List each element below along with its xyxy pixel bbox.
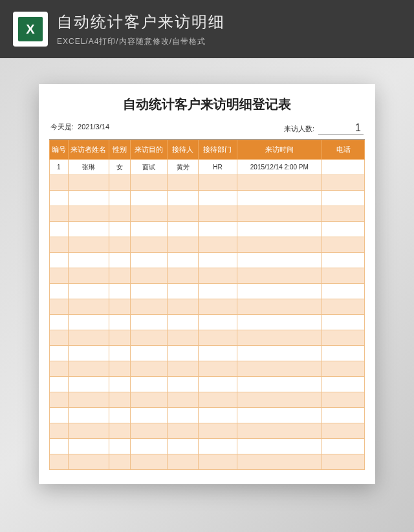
cell-gender: 女 bbox=[109, 160, 131, 175]
cell-dept bbox=[199, 423, 237, 439]
cell-no bbox=[50, 284, 69, 299]
cell-purpose bbox=[131, 284, 168, 299]
table-row bbox=[50, 346, 365, 361]
cell-gender bbox=[109, 284, 131, 299]
cell-purpose: 面试 bbox=[131, 160, 168, 175]
cell-time bbox=[237, 284, 322, 299]
cell-time bbox=[237, 268, 322, 284]
table-row bbox=[50, 222, 365, 237]
cell-gender bbox=[109, 206, 131, 222]
cell-dept bbox=[199, 330, 237, 346]
cell-phone bbox=[322, 392, 365, 408]
cell-name bbox=[68, 191, 109, 206]
banner-text: 自动统计客户来访明细 EXCEL/A4打印/内容随意修改/自带格式 bbox=[57, 12, 225, 47]
cell-time bbox=[237, 346, 322, 361]
cell-gender bbox=[109, 330, 131, 346]
table-header-row: 编号 来访者姓名 性别 来访目的 接待人 接待部门 来访时间 电话 bbox=[50, 140, 365, 160]
col-header-receiver: 接待人 bbox=[168, 140, 199, 160]
excel-icon-letter: X bbox=[18, 17, 43, 41]
cell-name bbox=[68, 268, 109, 284]
cell-time bbox=[237, 175, 322, 191]
cell-gender bbox=[109, 253, 131, 268]
table-row bbox=[50, 392, 365, 408]
cell-phone bbox=[322, 191, 365, 206]
col-header-no: 编号 bbox=[50, 140, 69, 160]
cell-time bbox=[237, 439, 322, 454]
cell-name bbox=[68, 206, 109, 222]
banner-subtitle: EXCEL/A4打印/内容随意修改/自带格式 bbox=[57, 36, 225, 47]
cell-receiver bbox=[168, 299, 199, 315]
cell-time bbox=[237, 191, 322, 206]
visitor-count-block: 来访人数: 1 bbox=[284, 122, 364, 135]
cell-time bbox=[237, 299, 322, 315]
cell-purpose bbox=[131, 346, 168, 361]
cell-no bbox=[50, 253, 69, 268]
cell-dept bbox=[199, 191, 237, 206]
col-header-purpose: 来访目的 bbox=[131, 140, 168, 160]
cell-no bbox=[50, 346, 69, 361]
table-row bbox=[50, 361, 365, 377]
col-header-time: 来访时间 bbox=[237, 140, 322, 160]
col-header-dept: 接待部门 bbox=[199, 140, 237, 160]
cell-phone bbox=[322, 330, 365, 346]
cell-receiver: 黄芳 bbox=[168, 160, 199, 175]
table-row bbox=[50, 315, 365, 330]
cell-dept bbox=[199, 454, 237, 470]
cell-purpose bbox=[131, 330, 168, 346]
cell-name bbox=[68, 423, 109, 439]
cell-phone bbox=[322, 377, 365, 392]
cell-gender bbox=[109, 377, 131, 392]
cell-purpose bbox=[131, 454, 168, 470]
cell-name bbox=[68, 253, 109, 268]
cell-dept bbox=[199, 392, 237, 408]
cell-no bbox=[50, 268, 69, 284]
cell-gender bbox=[109, 299, 131, 315]
cell-dept bbox=[199, 222, 237, 237]
cell-receiver bbox=[168, 346, 199, 361]
cell-name bbox=[68, 237, 109, 253]
cell-purpose bbox=[131, 222, 168, 237]
cell-receiver bbox=[168, 377, 199, 392]
cell-dept: HR bbox=[199, 160, 237, 175]
cell-gender bbox=[109, 361, 131, 377]
cell-gender bbox=[109, 454, 131, 470]
cell-no bbox=[50, 377, 69, 392]
cell-no bbox=[50, 222, 69, 237]
cell-gender bbox=[109, 439, 131, 454]
cell-phone bbox=[322, 454, 365, 470]
cell-no bbox=[50, 237, 69, 253]
cell-gender bbox=[109, 237, 131, 253]
cell-no bbox=[50, 330, 69, 346]
cell-name bbox=[68, 439, 109, 454]
cell-time: 2015/12/14 2:00 PM bbox=[237, 160, 322, 175]
cell-time bbox=[237, 377, 322, 392]
table-row bbox=[50, 175, 365, 191]
cell-receiver bbox=[168, 222, 199, 237]
cell-phone bbox=[322, 439, 365, 454]
cell-receiver bbox=[168, 439, 199, 454]
cell-purpose bbox=[131, 361, 168, 377]
cell-name bbox=[68, 330, 109, 346]
table-row bbox=[50, 206, 365, 222]
col-header-name: 来访者姓名 bbox=[68, 140, 109, 160]
cell-receiver bbox=[168, 175, 199, 191]
cell-no bbox=[50, 206, 69, 222]
visitor-count-value: 1 bbox=[318, 122, 364, 135]
cell-phone bbox=[322, 408, 365, 423]
cell-purpose bbox=[131, 392, 168, 408]
col-header-phone: 电话 bbox=[322, 140, 365, 160]
cell-dept bbox=[199, 361, 237, 377]
table-row bbox=[50, 454, 365, 470]
cell-time bbox=[237, 253, 322, 268]
cell-dept bbox=[199, 377, 237, 392]
cell-purpose bbox=[131, 206, 168, 222]
cell-purpose bbox=[131, 377, 168, 392]
cell-time bbox=[237, 222, 322, 237]
table-row bbox=[50, 330, 365, 346]
cell-gender bbox=[109, 423, 131, 439]
cell-name bbox=[68, 361, 109, 377]
today-block: 今天是: 2021/3/14 bbox=[50, 122, 109, 135]
table-row bbox=[50, 439, 365, 454]
cell-receiver bbox=[168, 253, 199, 268]
today-value: 2021/3/14 bbox=[78, 123, 109, 131]
